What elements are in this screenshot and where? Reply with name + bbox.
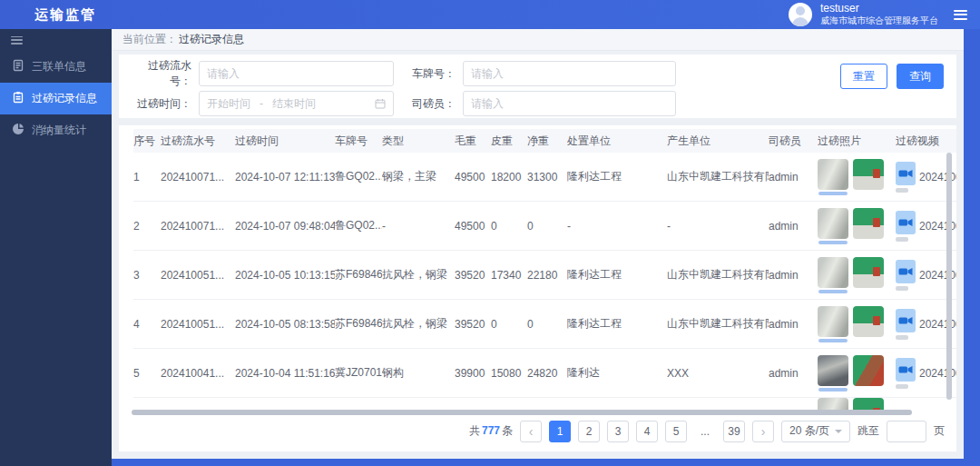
cell-plate: 鲁GQ02...	[335, 218, 382, 233]
calendar-icon	[375, 98, 386, 109]
weigh-photo-thumbnail[interactable]	[818, 398, 848, 411]
cell-disposal: 隆利达工程	[567, 267, 667, 283]
horizontal-scrollbar[interactable]	[132, 410, 912, 415]
time-start-placeholder: 开始时间	[207, 96, 250, 112]
cell-producer: XXX	[667, 367, 769, 380]
weigh-photo-thumbnail[interactable]	[853, 355, 884, 386]
video-file-icon	[896, 260, 916, 283]
time-end-placeholder: 结束时间	[272, 96, 316, 112]
filter-panel: 过磅流水号： 车牌号： 过磅时间： 开始时间 - 结束时间 司磅员：	[119, 55, 956, 118]
cell-gross: 39900	[455, 367, 491, 380]
cell-plate: 冀JZ0701	[335, 365, 382, 381]
cell-photos	[818, 306, 896, 342]
video-file-icon	[896, 358, 916, 382]
header-menu-icon[interactable]	[954, 10, 967, 20]
weigh-records-table: 序号 过磅流水号 过磅时间 车牌号 类型 毛重 皮重 净重 处置单位 产生单位 …	[119, 125, 956, 451]
table-row: 1 202410071... 2024-10-07 12:11:13 鲁GQ02…	[133, 153, 956, 202]
video-file-icon	[896, 211, 916, 234]
breadcrumb-current: 过磅记录信息	[179, 32, 244, 47]
cell-no: 2	[133, 220, 161, 233]
operator-input[interactable]	[463, 91, 676, 116]
cell-disposal: 隆利达	[567, 365, 667, 381]
cell-no: 4	[133, 318, 161, 331]
weigh-photo-thumbnail[interactable]	[818, 355, 848, 386]
page-button-1[interactable]: 1	[549, 421, 571, 442]
vertical-scrollbar[interactable]	[946, 153, 952, 400]
reset-button[interactable]: 重置	[840, 64, 887, 89]
col-photos: 过磅照片	[818, 134, 896, 149]
cell-tare: 18200	[491, 171, 527, 183]
jump-page-input[interactable]	[887, 421, 926, 442]
cell-no: 5	[133, 367, 161, 380]
weigh-photo-thumbnail[interactable]	[818, 306, 848, 337]
page-button-5[interactable]: 5	[665, 421, 687, 442]
table-header: 序号 过磅流水号 过磅时间 车牌号 类型 毛重 皮重 净重 处置单位 产生单位 …	[133, 129, 956, 153]
cell-serial: 202410071...	[161, 171, 235, 183]
cell-serial: 202410051...	[161, 269, 235, 282]
user-org: 威海市城市综合管理服务平台	[820, 15, 938, 27]
more-pages-icon[interactable]: ...	[694, 421, 716, 442]
pagination: 共777条 ‹ 1 2 3 4 5 ... 39 › 20 条/页 跳至 页	[133, 411, 954, 451]
serial-input[interactable]	[199, 61, 394, 86]
cell-time: 2024-10-07 12:11:13	[235, 171, 335, 183]
next-page-button[interactable]: ›	[752, 421, 774, 442]
col-tare: 皮重	[491, 134, 527, 149]
sidebar-item-label: 过磅记录信息	[32, 91, 97, 106]
page-button-3[interactable]: 3	[607, 421, 629, 442]
photo-caption	[818, 192, 848, 195]
cell-producer: 山东中凯建工科技有限...	[667, 316, 769, 332]
jump-label: 跳至	[858, 423, 879, 439]
breadcrumb: 当前位置： 过磅记录信息	[112, 29, 964, 51]
weigh-photo-thumbnail[interactable]	[818, 257, 848, 288]
cell-producer: 山东中凯建工科技有限...	[667, 169, 769, 184]
operator-label: 司磅员：	[408, 96, 456, 112]
page-button-39[interactable]: 39	[723, 421, 745, 442]
page-size-select[interactable]: 20 条/页	[781, 421, 850, 442]
time-separator: -	[260, 97, 263, 110]
col-time: 过磅时间	[235, 134, 335, 149]
page-button-2[interactable]: 2	[578, 421, 600, 442]
total-count: 共777条	[469, 423, 513, 439]
weigh-photo-thumbnail[interactable]	[818, 208, 848, 239]
cell-time: 2024-10-05 08:13:58	[235, 318, 335, 331]
weigh-photo-thumbnail[interactable]	[853, 208, 884, 239]
prev-page-button[interactable]: ‹	[520, 421, 542, 442]
cell-operator: admin	[769, 318, 818, 331]
col-video: 过磅视频	[896, 134, 956, 149]
page-unit-label: 页	[934, 423, 945, 439]
cell-plate: 苏F69846	[335, 316, 382, 332]
cell-operator: admin	[769, 171, 818, 183]
sidebar-item-triplicate[interactable]: 三联单信息	[0, 51, 112, 83]
clipboard-icon	[12, 91, 24, 106]
cell-tare: 17340	[491, 269, 527, 282]
weigh-photo-thumbnail[interactable]	[853, 257, 884, 288]
col-disposal: 处置单位	[567, 134, 667, 149]
weigh-photo-thumbnail[interactable]	[853, 306, 884, 337]
cell-net: 0	[527, 318, 567, 331]
weigh-photo-thumbnail[interactable]	[853, 398, 884, 411]
page-button-4[interactable]: 4	[636, 421, 658, 442]
cell-time: 2024-10-07 09:48:04	[235, 220, 335, 233]
weigh-photo-thumbnail[interactable]	[853, 159, 884, 190]
avatar[interactable]	[789, 3, 812, 26]
search-button[interactable]: 查询	[897, 64, 944, 89]
time-range-input[interactable]: 开始时间 - 结束时间	[199, 91, 394, 116]
cell-disposal: 隆利达工程	[567, 169, 667, 184]
sidebar-item-consumption-stats[interactable]: 消纳量统计	[0, 114, 112, 146]
col-plate: 车牌号	[335, 134, 382, 149]
cell-gross: 39520	[455, 269, 491, 282]
cell-time: 2024-10-05 10:13:15	[235, 269, 335, 282]
cell-net: 0	[527, 220, 567, 233]
weigh-photo-thumbnail[interactable]	[818, 159, 848, 190]
cell-photos	[818, 355, 896, 392]
cell-type: 抗风栓，钢梁	[382, 267, 455, 283]
cell-no: 3	[133, 269, 161, 282]
plate-input[interactable]	[463, 61, 676, 86]
document-icon	[12, 59, 24, 74]
photo-caption	[818, 388, 848, 392]
collapse-sidebar-icon[interactable]	[0, 29, 112, 51]
col-gross: 毛重	[455, 134, 491, 149]
cell-photos	[818, 159, 896, 195]
cell-type: -	[382, 220, 455, 233]
sidebar-item-weigh-records[interactable]: 过磅记录信息	[0, 83, 112, 114]
